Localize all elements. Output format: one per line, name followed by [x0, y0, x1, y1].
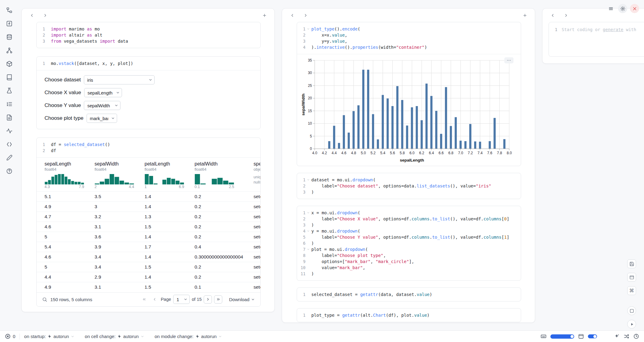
keyboard-icon[interactable]: [541, 333, 546, 339]
code-editor[interactable]: 1plot_type().encode(2 x=x.value,3 y=y.va…: [297, 22, 521, 54]
runtime-toggle[interactable]: [550, 334, 574, 339]
app-view-button[interactable]: [627, 273, 636, 282]
svg-text:10: 10: [308, 121, 312, 126]
table-row[interactable]: 5.43.91.70.4setosa: [37, 242, 260, 252]
panel-toggle[interactable]: [588, 334, 597, 338]
ai-sparkles-icon[interactable]: [614, 333, 620, 339]
dataset-select[interactable]: iris: [84, 75, 155, 84]
snippets-icon[interactable]: [5, 140, 14, 149]
column-header[interactable]: petalWidthfloat640.12.5: [187, 158, 245, 192]
code-editor[interactable]: 1mo.vstack([dataset, x, y, plot]): [37, 57, 260, 70]
run-all-button[interactable]: [627, 320, 636, 329]
chart-menu-button[interactable]: [504, 57, 513, 63]
chevron-left-icon[interactable]: [28, 11, 36, 19]
table-cell: 1.4: [137, 232, 187, 242]
x-value-select[interactable]: sepalLength: [84, 88, 122, 97]
page-select[interactable]: 1: [173, 295, 190, 304]
table-row[interactable]: 5.13.51.40.2setosa: [37, 192, 260, 202]
table-row[interactable]: 53.61.40.2setosa: [37, 232, 260, 242]
table-row[interactable]: 4.931.40.2setosa: [37, 202, 260, 212]
notebook-menu-button[interactable]: [606, 4, 615, 13]
code-editor[interactable]: 1dataset = mo.ui.dropdown(2 label="Choos…: [297, 173, 521, 199]
outline-icon[interactable]: [5, 99, 14, 109]
scratchpad-icon[interactable]: [5, 153, 14, 162]
last-page-button[interactable]: [214, 295, 222, 304]
search-icon[interactable]: [42, 297, 47, 302]
line-number: 2: [298, 216, 306, 222]
chevron-left-icon[interactable]: [288, 11, 296, 19]
code-editor[interactable]: 1plot_type = getattr(alt.Chart(df), plot…: [297, 308, 521, 322]
table-row[interactable]: 4.42.91.40.2setosa: [37, 272, 260, 282]
table-row[interactable]: 4.73.21.30.2setosa: [37, 212, 260, 222]
add-cell-button[interactable]: [521, 11, 529, 19]
table-of-contents-icon[interactable]: [5, 5, 14, 15]
line-number: 1: [550, 27, 557, 33]
save-button[interactable]: [627, 259, 636, 268]
terminal-button[interactable]: [627, 306, 636, 315]
on-module-change-config[interactable]: on module change: autorun: [155, 334, 222, 339]
code-editor[interactable]: 1x = mo.ui.dropdown(2 label="Choose X va…: [297, 206, 521, 280]
table-cell: 1.5: [137, 222, 187, 232]
y-value-select[interactable]: sepalWidth: [84, 101, 120, 110]
functions-icon[interactable]: [5, 19, 14, 28]
fold-chevron-icon[interactable]: [306, 27, 311, 30]
on-cell-change-config[interactable]: on cell change: autorun: [85, 334, 144, 339]
chevron-right-icon[interactable]: [562, 11, 570, 19]
generate-link[interactable]: generate: [603, 27, 623, 32]
packages-icon[interactable]: [5, 59, 14, 68]
history-icon[interactable]: [633, 333, 639, 339]
svg-text:5.0: 5.0: [361, 151, 366, 155]
chevron-left-icon[interactable]: [549, 11, 556, 19]
help-icon[interactable]: [5, 166, 14, 176]
plot-type-select[interactable]: mark_bar: [87, 114, 117, 123]
variables-icon[interactable]: [5, 46, 14, 55]
svg-text:4.0: 4.0: [312, 151, 317, 155]
fold-chevron-icon[interactable]: [306, 178, 311, 181]
download-button[interactable]: Download: [229, 297, 255, 302]
table-cell: 4.7: [37, 212, 87, 222]
shuffle-icon[interactable]: [624, 333, 629, 339]
table-cell: 4.9: [37, 202, 87, 212]
column-header: [282, 9, 535, 22]
code-editor[interactable]: 1df = selected_dataset()2df: [37, 138, 260, 157]
on-startup-config[interactable]: on startup: autorun: [24, 334, 74, 339]
cell-empty[interactable]: 1 Start coding or generate with: [549, 22, 644, 57]
first-page-button[interactable]: [140, 295, 148, 304]
column-header[interactable]: sepalLengthfloat644.37.9: [37, 158, 87, 192]
code-editor[interactable]: 1 Start coding or generate with: [549, 22, 644, 36]
table-cell: 0.2: [187, 192, 245, 202]
table-cell: 2.9: [87, 272, 137, 282]
next-page-button[interactable]: [204, 295, 212, 304]
notebook-icon[interactable]: [5, 73, 14, 82]
chevron-right-icon[interactable]: [41, 11, 49, 19]
statusbar-right: [541, 333, 639, 339]
command-palette-button[interactable]: ⌘: [627, 286, 636, 295]
chevron-right-icon[interactable]: [302, 11, 309, 19]
shutdown-button[interactable]: [630, 4, 639, 13]
table-row[interactable]: 53.41.50.2setosa: [37, 262, 260, 272]
code-editor[interactable]: 1selected_dataset = getattr(data, datase…: [297, 288, 521, 301]
data-sources-icon[interactable]: [5, 32, 14, 41]
fold-chevron-icon[interactable]: [306, 230, 311, 233]
error-indicator[interactable]: 0: [5, 333, 15, 339]
previous-page-button[interactable]: [150, 295, 159, 304]
column-header[interactable]: speciesobjectuniquenulls:: [245, 158, 260, 192]
column-histogram: 0.12.5: [195, 174, 243, 189]
table-row[interactable]: 4.63.41.40.30000000000000004setosa: [37, 252, 260, 262]
table-row[interactable]: 4.63.11.50.2setosa: [37, 222, 260, 232]
svg-text:7.8: 7.8: [497, 151, 502, 155]
column-header[interactable]: sepalWidthfloat6424.4: [87, 158, 137, 192]
column-header[interactable]: petalLengthfloat6416.9: [137, 158, 187, 192]
code-editor[interactable]: 1import marimo as mo2import altair as al…: [37, 22, 260, 48]
panel-icon[interactable]: [578, 333, 584, 339]
documentation-icon[interactable]: [5, 113, 14, 122]
tracing-icon[interactable]: [5, 126, 14, 135]
altair-chart[interactable]: 4.04.24.44.64.85.05.25.45.65.86.06.26.46…: [301, 57, 517, 164]
fold-chevron-icon[interactable]: [306, 248, 311, 251]
settings-button[interactable]: [618, 4, 627, 13]
table-cell: 4.6: [37, 222, 87, 232]
fold-chevron-icon[interactable]: [306, 211, 311, 214]
table-row[interactable]: 4.93.11.50.1setosa: [37, 282, 260, 292]
labs-icon[interactable]: [5, 86, 14, 95]
add-cell-button[interactable]: [260, 11, 268, 19]
